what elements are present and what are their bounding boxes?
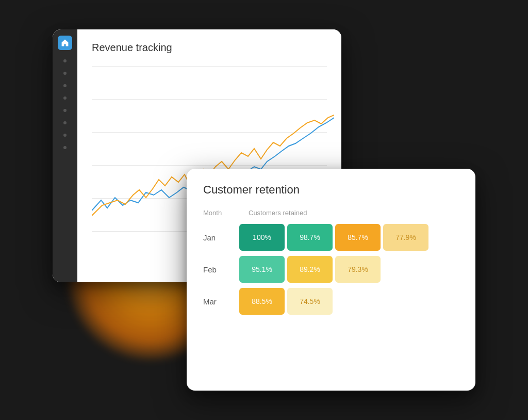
retention-cell: 98.7%: [287, 224, 333, 251]
month-label: Feb: [203, 265, 235, 274]
svg-marker-0: [62, 40, 69, 46]
scene: Revenue tracking Customer retent: [53, 29, 475, 391]
retention-card: Customer retention Month Customers retai…: [187, 169, 475, 391]
retention-cell: 89.2%: [287, 256, 333, 283]
month-label: Mar: [203, 297, 235, 306]
sidebar-dot: [63, 96, 67, 100]
sidebar-dot: [63, 84, 67, 87]
cells-group: 88.5% 74.5%: [239, 288, 333, 315]
sidebar-dot: [63, 121, 67, 124]
sidebar-dot: [63, 146, 67, 149]
sidebar-dot: [63, 109, 67, 112]
sidebar-dot: [63, 59, 67, 62]
retention-cell: 74.5%: [287, 288, 333, 315]
retention-cell: 100%: [239, 224, 285, 251]
table-row: Jan 100% 98.7% 85.7% 77.9%: [203, 224, 459, 251]
table-header: Month Customers retained: [203, 209, 459, 217]
cells-group: 95.1% 89.2% 79.3%: [239, 256, 381, 283]
retention-cell: 88.5%: [239, 288, 285, 315]
retention-cell: 85.7%: [335, 224, 381, 251]
col-retained-header: Customers retained: [249, 209, 307, 217]
home-icon: [61, 39, 69, 47]
sidebar-logo: [58, 36, 72, 50]
sidebar: [53, 29, 77, 282]
col-month-header: Month: [203, 209, 239, 217]
retention-cell: 95.1%: [239, 256, 285, 283]
cells-group: 100% 98.7% 85.7% 77.9%: [239, 224, 428, 251]
revenue-title: Revenue tracking: [92, 42, 327, 54]
table-row: Feb 95.1% 89.2% 79.3%: [203, 256, 459, 283]
retention-cell: 77.9%: [383, 224, 428, 251]
sidebar-dot: [63, 72, 67, 75]
sidebar-dot: [63, 134, 67, 137]
retention-title: Customer retention: [203, 183, 459, 197]
retention-table: Month Customers retained Jan 100% 98.7% …: [203, 209, 459, 315]
retention-cell: 79.3%: [335, 256, 381, 283]
table-row: Mar 88.5% 74.5%: [203, 288, 459, 315]
month-label: Jan: [203, 233, 235, 242]
